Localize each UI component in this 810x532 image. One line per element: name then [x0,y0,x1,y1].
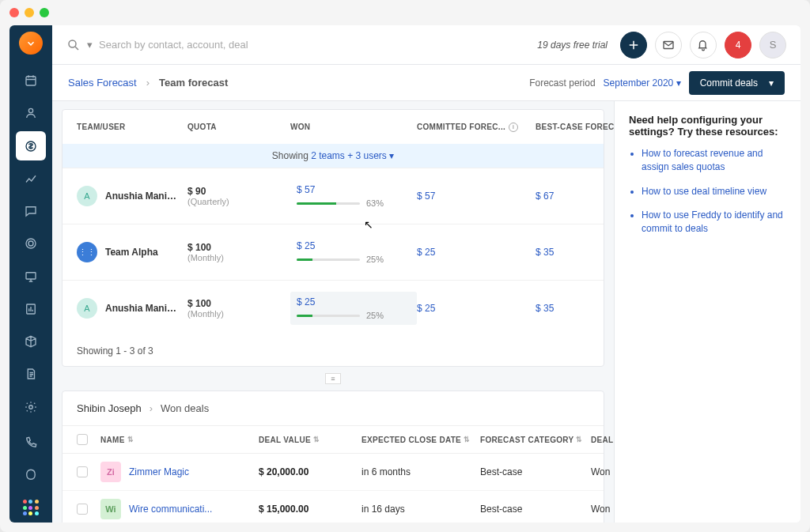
user-avatar: ⋮⋮ [77,242,97,262]
notification-badge[interactable]: 4 [725,32,751,58]
deal-stage: Won [591,504,614,515]
user-name: Team Alpha [105,247,158,258]
forecast-row[interactable]: A Anushia Manika... $ 90(Quarterly) $ 57… [62,168,604,224]
nav-contacts[interactable] [16,99,46,128]
committed-amount[interactable]: $ 57 [417,191,536,202]
mail-icon[interactable] [655,32,682,58]
user-avatar: A [77,298,97,319]
panel-resize-handle[interactable]: ≡ [325,373,341,384]
commit-deals-button[interactable]: Commit deals ▾ [689,71,785,95]
nav-documents[interactable] [16,360,46,389]
forecast-row[interactable]: ⋮⋮ Team Alpha $ 100(Monthly) $ 25 25% $ … [62,224,604,280]
col-bestcase[interactable]: BEST-CASE FOREC...i [536,119,614,134]
bestcase-amount[interactable]: $ 35 [536,247,614,258]
chevron-right-icon: › [146,77,150,89]
search-icon[interactable] [66,38,81,52]
info-icon[interactable]: i [509,123,518,132]
won-amount[interactable]: $ 25 [297,296,411,308]
nav-calendar[interactable] [16,66,46,95]
won-percent: 25% [366,311,384,320]
search-input[interactable] [99,39,289,51]
col-value[interactable]: DEAL VALUE⇅ [259,434,361,445]
won-progress-bar [297,202,360,205]
user-name: Anushia Manika... [105,191,180,202]
sort-icon: ⇅ [127,437,134,442]
deal-close-date: in 16 days [361,504,480,515]
committed-amount[interactable]: $ 25 [417,303,536,314]
app-logo[interactable] [19,32,43,55]
nav-deals[interactable] [16,131,46,160]
won-progress-bar [297,258,360,261]
close-window-icon[interactable] [9,8,19,17]
bell-icon[interactable] [690,32,717,58]
quota-amount: $ 90 [187,186,290,197]
new-button[interactable] [620,32,647,58]
nav-freddy[interactable] [16,460,46,489]
won-amount[interactable]: $ 25 [297,240,411,251]
user-name: Anushia Manika... [105,303,180,314]
help-link[interactable]: How to use Freddy to identify and commit… [642,209,786,236]
deal-name-link[interactable]: Wire communicati... [129,504,212,515]
quota-frequency: (Quarterly) [187,197,290,206]
help-panel: Need help configuring your settings? Try… [614,101,801,523]
deal-name-link[interactable]: Zimmer Magic [129,466,189,477]
won-amount[interactable]: $ 57 [297,184,411,195]
col-quota[interactable]: QUOTA [187,119,290,134]
nav-products[interactable] [16,326,46,356]
search-filter-dropdown[interactable]: ▾ [87,39,93,51]
svg-rect-0 [26,77,36,85]
nav-settings[interactable] [16,392,46,421]
select-all-checkbox[interactable] [77,434,88,445]
minimize-window-icon[interactable] [25,8,34,17]
nav-reports[interactable] [16,294,46,323]
period-dropdown[interactable]: September 2020 ▾ [604,77,681,89]
row-checkbox[interactable] [77,504,88,515]
deal-category: Best-case [480,504,591,515]
deal-row[interactable]: Wi Wire communicati... $ 15,000.00 in 16… [62,491,604,523]
nav-apps[interactable] [16,493,46,523]
deal-close-date: in 6 months [361,466,480,477]
nav-target[interactable] [16,229,46,258]
maximize-window-icon[interactable] [40,8,49,17]
deal-value: $ 20,000.00 [259,466,361,477]
teams-users-filter[interactable]: 2 teams + 3 users ▾ [311,150,394,161]
bestcase-amount[interactable]: $ 35 [536,303,614,314]
chevron-down-icon: ▾ [769,77,774,89]
col-team[interactable]: TEAM/USER [77,119,187,134]
forecast-pager: Showing 1 - 3 of 3 [62,336,604,366]
col-won[interactable]: WON [290,119,417,134]
col-name[interactable]: NAME⇅ [100,434,259,445]
svg-point-3 [26,239,36,248]
nav-presentation[interactable] [16,262,46,291]
forecast-row[interactable]: A Anushia Manika... $ 100(Monthly) $ 25 … [62,280,604,336]
svg-rect-5 [26,272,36,278]
breadcrumb-root[interactable]: Sales Forecast [68,77,137,89]
committed-amount[interactable]: $ 25 [417,247,536,258]
col-close[interactable]: EXPECTED CLOSE DATE⇅ [361,434,480,445]
bestcase-amount[interactable]: $ 67 [536,191,614,202]
row-checkbox[interactable] [77,466,88,477]
col-committed[interactable]: COMMITTED FOREC...i [417,119,536,134]
won-percent: 25% [366,255,384,264]
svg-point-8 [69,40,76,47]
user-avatar[interactable]: S [759,32,786,58]
svg-point-4 [28,241,33,246]
col-category[interactable]: FORECAST CATEGORY⇅ [480,434,591,445]
deals-section: Won deals [161,402,209,414]
deal-row[interactable]: Zi Zimmer Magic $ 20,000.00 in 6 months … [62,454,604,491]
deal-avatar: Wi [100,499,121,519]
help-link[interactable]: How to forecast revenue and assign sales… [642,147,786,174]
chevron-right-icon: › [150,402,153,414]
forecast-table: TEAM/USER QUOTA WON COMMITTED FOREC...i … [62,109,604,367]
breadcrumb: Sales Forecast › Team forecast Forecast … [52,65,801,101]
quota-amount: $ 100 [187,298,290,309]
svg-point-7 [29,405,33,409]
help-link[interactable]: How to use deal timeline view [642,185,786,198]
user-avatar: A [77,186,97,206]
help-title: Need help configuring your settings? Try… [629,114,786,138]
nav-chat[interactable] [16,196,46,225]
deal-stage: Won [591,466,614,477]
nav-phone[interactable] [16,428,46,457]
nav-analytics[interactable] [16,164,46,193]
col-stage[interactable]: DEAL STAGE⇅ [591,434,614,445]
